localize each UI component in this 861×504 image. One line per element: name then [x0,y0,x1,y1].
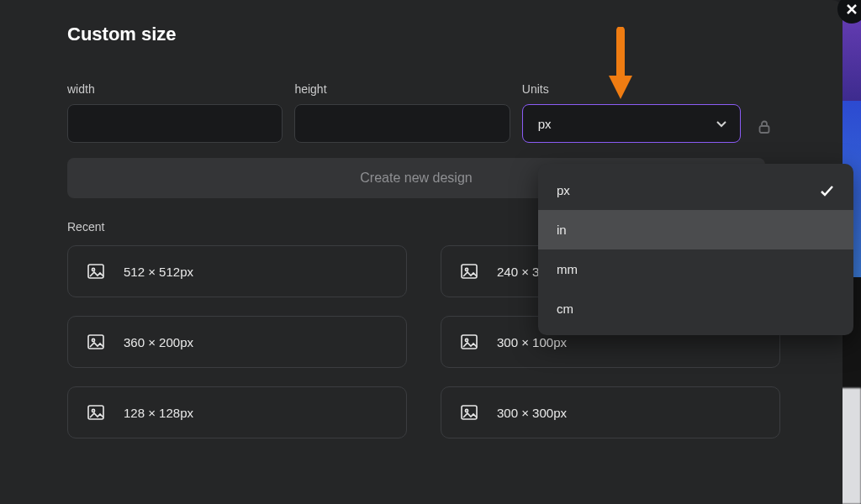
svg-point-4 [465,268,467,270]
width-field-group: width [67,82,283,143]
recent-size-label: 128 × 128px [124,406,193,420]
recent-size-label: 360 × 200px [124,335,193,349]
height-field-group: height [294,82,510,143]
svg-rect-0 [759,126,769,133]
height-label: height [294,82,510,96]
unit-option-cm[interactable]: cm [538,289,853,328]
svg-point-10 [92,409,94,412]
width-label: width [67,82,283,96]
unit-option-in[interactable]: in [538,210,853,249]
aspect-lock-button[interactable] [753,119,775,134]
recent-size-item[interactable]: 300 × 300px [441,386,780,438]
unit-option-label: cm [557,302,573,316]
close-icon [846,3,858,15]
height-input[interactable] [294,104,510,143]
unit-option-label: in [557,223,567,237]
image-icon [87,262,105,281]
units-field-group: Units px [522,82,741,143]
page-title: Custom size [67,24,775,45]
recent-size-item[interactable]: 128 × 128px [67,386,407,438]
image-icon [460,262,478,281]
check-icon [818,182,835,199]
unit-option-px[interactable]: px [538,171,853,210]
unit-option-label: mm [557,262,578,276]
recent-size-label: 300 × 100px [497,335,567,349]
lock-icon [757,119,772,134]
svg-point-6 [92,339,94,341]
image-icon [460,403,478,422]
units-label: Units [522,82,741,96]
unit-option-label: px [557,183,570,197]
chevron-down-icon [715,117,728,130]
recent-size-label: 512 × 512px [124,265,193,279]
svg-point-12 [465,409,467,412]
recent-size-item[interactable]: 512 × 512px [67,245,407,297]
units-select[interactable]: px [522,104,741,143]
image-icon [460,333,478,351]
svg-point-2 [92,268,94,270]
svg-point-8 [465,339,467,341]
width-input[interactable] [67,104,283,143]
image-icon [87,333,105,351]
unit-option-mm[interactable]: mm [538,249,853,289]
image-icon [87,403,105,422]
recent-size-label: 240 × 3 [497,265,539,279]
units-selected-value: px [538,117,552,131]
units-dropdown: px in mm cm [538,164,853,335]
recent-size-label: 300 × 300px [497,406,567,420]
dimensions-row: width height Units px [67,82,775,143]
recent-size-item[interactable]: 360 × 200px [67,316,407,368]
